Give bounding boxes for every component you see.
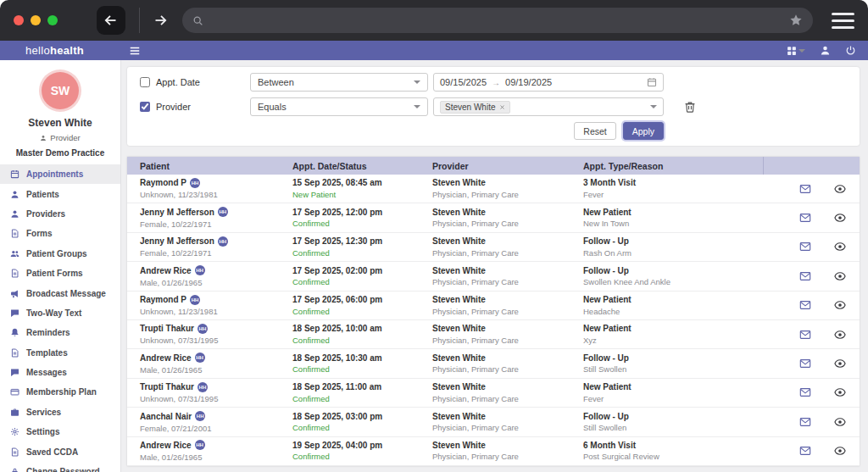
table-row: Jenny M Jefferson HH Female, 10/22/1971 … [127,233,860,262]
browser-forward-button[interactable] [153,14,167,27]
sidebar-item-change-password[interactable]: Change Password [0,462,120,472]
apps-menu-button[interactable] [787,46,805,56]
reset-button[interactable]: Reset [574,122,615,140]
sidebar-item-templates[interactable]: Templates [0,343,120,363]
sidebar-item-two-way-text[interactable]: Two-Way Text [0,303,120,323]
provider-name: Steven White [432,412,570,421]
view-details-eye-icon[interactable] [834,241,846,253]
operator-value: Equals [258,102,287,112]
view-details-eye-icon[interactable] [834,445,846,457]
email-icon[interactable] [799,299,811,311]
logo-thin-text: hello [25,44,50,57]
lock-icon [10,467,19,472]
provider-operator-select[interactable]: Equals [250,97,428,116]
appt-type: New Patient [583,382,763,391]
sidebar-item-messages[interactable]: Messages [0,363,120,382]
bookmark-star-icon[interactable] [789,14,803,27]
email-icon[interactable] [799,241,811,253]
sidebar-item-label: Patients [26,190,59,199]
sidebar-item-membership-plan[interactable]: Membership Plan [0,382,120,402]
maximize-window-button[interactable] [47,15,58,25]
appt-datetime: 18 Sep 2025, 03:00 pm [292,412,420,421]
appt-status: Confirmed [292,336,420,345]
sidebar-item-settings[interactable]: Settings [0,422,120,441]
sidebar-item-label: Appointments [26,169,83,179]
delete-filter-icon[interactable] [684,101,696,113]
window-controls [14,15,58,25]
provider-specialty: Physician, Primary Care [432,248,570,258]
sidebar-item-patient-forms[interactable]: Patient Forms [0,264,120,283]
appt-date-filter-checkbox[interactable] [140,77,150,87]
sidebar-item-reminders[interactable]: Reminders [0,323,120,342]
email-icon[interactable] [799,329,811,341]
table-header: Patient Appt. Date/Status Provider Appt.… [127,157,860,175]
logout-power-icon[interactable] [845,45,856,56]
view-details-eye-icon[interactable] [834,329,846,341]
filter-row-provider: Provider Equals Steven White [140,97,848,116]
provider-name: Steven White [432,208,570,217]
provider-name: Steven White [432,295,570,304]
view-details-eye-icon[interactable] [834,183,846,195]
sidebar-item-providers[interactable]: Providers [0,204,120,224]
patient-name: Andrew Rice [140,441,192,450]
provider-filter-checkbox[interactable] [140,102,150,112]
provider-specialty: Physician, Primary Care [432,452,570,461]
email-icon[interactable] [799,270,811,282]
remove-tag-icon[interactable] [499,104,505,110]
appt-date-range-input[interactable]: 09/15/2025 → 09/19/2025 [433,73,664,92]
logo-bold-text: health [50,44,84,57]
provider-multiselect[interactable]: Steven White [433,97,664,116]
role-person-icon [40,135,47,142]
view-details-eye-icon[interactable] [834,270,846,282]
appt-date-operator-select[interactable]: Between [250,73,428,92]
sidebar-item-forms[interactable]: Forms [0,224,120,243]
appt-datetime: 17 Sep 2025, 02:00 pm [292,266,420,275]
sidebar-item-broadcast-message[interactable]: Broadcast Message [0,283,120,303]
user-account-icon[interactable] [820,45,831,56]
gear-icon [10,427,19,436]
email-icon[interactable] [799,416,811,428]
browser-back-button[interactable] [97,6,125,35]
provider-specialty: Physician, Primary Care [432,394,570,403]
calendar-icon[interactable] [647,77,657,87]
provider-name: Steven White [432,236,570,246]
close-window-button[interactable] [14,15,24,25]
view-details-eye-icon[interactable] [834,386,846,398]
app-header: hellohealth [0,41,868,60]
patient-name: Jenny M Jefferson [140,208,214,217]
email-icon[interactable] [799,445,811,457]
table-row: Andrew Rice HH Male, 01/26/1965 17 Sep 2… [127,262,860,291]
appt-type: 3 Month Visit [583,178,763,187]
view-details-eye-icon[interactable] [834,299,846,311]
email-icon[interactable] [799,386,811,398]
filter-buttons: Reset Apply [140,122,664,140]
browser-menu-button[interactable] [832,13,854,29]
email-icon[interactable] [799,183,811,195]
sidebar-item-saved-ccda[interactable]: Saved CCDA [0,441,120,461]
sidebar-toggle-icon[interactable] [129,45,141,57]
view-details-eye-icon[interactable] [834,416,846,428]
date-to-value: 09/19/2025 [505,77,552,87]
view-details-eye-icon[interactable] [834,358,846,369]
address-bar[interactable] [182,8,813,33]
hh-badge: HH [218,236,228,247]
provider-specialty: Physician, Primary Care [432,423,570,432]
column-header-provider: Provider [420,161,570,171]
email-icon[interactable] [799,212,811,224]
email-icon[interactable] [799,358,811,369]
sidebar-item-patient-groups[interactable]: Patient Groups [0,244,120,264]
sidebar-item-patients[interactable]: Patients [0,184,120,203]
view-details-eye-icon[interactable] [834,212,846,224]
provider-name: Steven White [432,266,570,275]
sidebar-item-appointments[interactable]: Appointments [0,164,120,184]
back-arrow-icon [104,14,118,27]
bell-icon [10,328,19,337]
date-from-value: 09/15/2025 [440,77,487,87]
apply-button[interactable]: Apply [623,122,664,140]
minimize-window-button[interactable] [31,15,41,25]
hh-badge: HH [198,324,208,334]
appt-type: New Patient [583,295,763,304]
operator-value: Between [258,77,294,87]
sidebar-item-services[interactable]: Services [0,403,120,422]
user-name: Steven White [0,117,120,129]
